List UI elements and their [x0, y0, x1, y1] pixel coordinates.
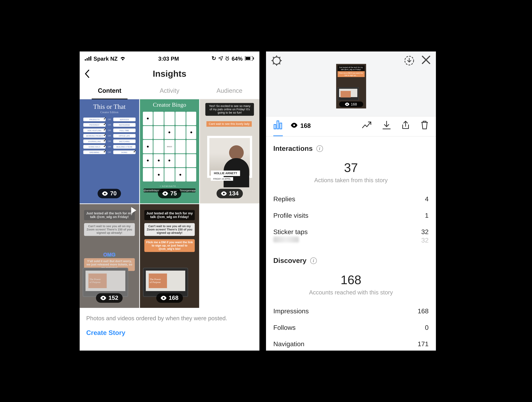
battery-percent-label: 64%: [232, 55, 243, 62]
detail-header: Just tested all the tech for my talk @cm…: [266, 51, 436, 116]
tab-content[interactable]: Content: [80, 82, 139, 99]
selected-story-thumb[interactable]: Just tested all the tech for my talk @cm…: [336, 64, 366, 108]
eye-icon: [101, 296, 106, 300]
thumb-text: Flick me a DM if you want the link to si…: [144, 239, 195, 252]
svg-rect-27: [274, 125, 276, 129]
thumb-text: Can't wait to see you all on my Zoom scr…: [144, 223, 195, 236]
svg-line-6: [226, 56, 227, 57]
settings-button[interactable]: [271, 55, 282, 68]
video-icon: [130, 207, 136, 215]
metric-label: Sticker taps: [273, 228, 308, 236]
views-count: 75: [170, 190, 177, 197]
metric-label: Profile visits: [273, 212, 309, 220]
discovery-subtitle: Accounts reached with this story: [266, 287, 436, 303]
tabs: Content Activity Audience: [80, 82, 260, 99]
metric-value: 171: [418, 340, 429, 348]
metric-row-profile-visits: Profile visits 1: [266, 207, 436, 224]
metric-label-hidden: [273, 237, 299, 244]
story-thumb[interactable]: Just tested all the tech for my talk @cm…: [140, 204, 199, 308]
views-count: 168: [169, 295, 178, 302]
views-badge: 168: [156, 293, 183, 303]
eye-icon: [102, 191, 108, 195]
story-thumb[interactable]: Yes!! So excited to see so many of my pa…: [200, 99, 260, 203]
thumb-art: The Powerof Purpose: [143, 268, 188, 297]
metric-row-impressions: Impressions 168: [266, 303, 436, 320]
story-thumb[interactable]: This or That Creator Edition PRODUCTSORS…: [80, 99, 139, 203]
metric-value: 168: [418, 308, 429, 315]
views-badge: 152: [96, 293, 123, 303]
delete-button[interactable]: [421, 120, 429, 132]
eye-icon: [162, 191, 168, 195]
metric-label: Impressions: [273, 308, 309, 315]
chart-icon: [273, 120, 283, 131]
thumb-title: This or That: [93, 103, 126, 110]
metric-value: 0: [425, 324, 429, 332]
location-icon: [218, 56, 223, 61]
info-icon[interactable]: i: [310, 258, 317, 264]
svg-rect-29: [280, 123, 282, 129]
metric-row-sticker-detail: 32: [266, 237, 436, 249]
tab-activity[interactable]: Activity: [139, 82, 200, 99]
eye-icon: [291, 123, 298, 129]
promote-button[interactable]: [362, 121, 372, 131]
insights-tab[interactable]: [273, 120, 283, 136]
download-button[interactable]: [382, 121, 391, 131]
views-count: 134: [229, 190, 239, 197]
page-title: Insights: [80, 69, 260, 79]
metric-value: 32: [421, 228, 429, 236]
views-badge: 134: [216, 189, 243, 198]
share-button[interactable]: [402, 120, 410, 132]
insights-screen: Spark NZ 3:03 PM ↻ 64%: [80, 51, 260, 351]
info-icon[interactable]: i: [316, 145, 323, 152]
tab-audience[interactable]: Audience: [200, 82, 260, 99]
svg-rect-1: [87, 58, 88, 61]
metric-row-navigation: Navigation 171: [266, 336, 436, 351]
section-title: Interactions: [273, 144, 313, 153]
views-count: 70: [110, 190, 117, 197]
metric-label: Follows: [273, 324, 296, 332]
interactions-subtitle: Actions taken from this story: [266, 175, 436, 191]
interactions-total: 37: [266, 155, 436, 175]
svg-rect-2: [89, 57, 89, 61]
metric-value: 4: [425, 195, 429, 203]
svg-line-21: [273, 57, 274, 58]
eye-icon: [161, 296, 166, 300]
save-button[interactable]: [404, 55, 415, 68]
views-tab[interactable]: 168: [291, 122, 311, 134]
thumb-text: Just tested all the tech for my talk @cm…: [144, 210, 195, 220]
discovery-heading: Discovery i: [266, 249, 436, 267]
thumb-title: Creator Bingo: [140, 101, 199, 108]
thumb-text: FRIDAY 24 APRIL: [211, 177, 233, 181]
close-button[interactable]: [421, 55, 431, 66]
svg-rect-0: [85, 59, 86, 61]
interactions-heading: Interactions i: [266, 137, 436, 155]
create-story-link[interactable]: Create Story: [80, 326, 260, 340]
svg-rect-28: [277, 121, 279, 129]
battery-icon: [245, 56, 254, 61]
story-thumb[interactable]: Just tested all the tech for my talk @cm…: [80, 204, 139, 308]
metric-row-follows: Follows 0: [266, 320, 436, 336]
thumb-art: BINGO!: [143, 112, 196, 181]
thumb-subtitle: Creator Edition: [80, 111, 139, 114]
views-badge: 168: [339, 101, 363, 107]
detail-tabs: 168: [266, 116, 436, 137]
metric-label: Navigation: [273, 340, 304, 348]
metric-value: 1: [425, 212, 429, 220]
alarm-icon: [225, 56, 229, 61]
svg-line-23: [279, 57, 280, 58]
metric-row-replies: Replies 4: [266, 191, 436, 207]
thumb-sticker: OMG: [103, 251, 115, 257]
views-badge: 70: [98, 189, 121, 198]
story-thumb[interactable]: Creator Bingo BINGO! I NOMINATE... @amie…: [140, 99, 199, 203]
status-bar: Spark NZ 3:03 PM ↻ 64%: [80, 51, 260, 65]
svg-rect-10: [253, 57, 254, 60]
discovery-total: 168: [266, 267, 436, 287]
carrier-label: Spark NZ: [94, 55, 118, 62]
grid-caption: Photos and videos ordered by when they w…: [80, 308, 260, 326]
clock-label: 3:03 PM: [158, 55, 179, 62]
views-count: 152: [108, 295, 118, 302]
views-badge: 75: [158, 189, 181, 198]
thumb-text: Cant wait to see this lovely lady: [207, 121, 252, 127]
thumb-text: Yes!! So excited to see so many of my pa…: [205, 103, 254, 116]
svg-line-7: [228, 56, 229, 57]
